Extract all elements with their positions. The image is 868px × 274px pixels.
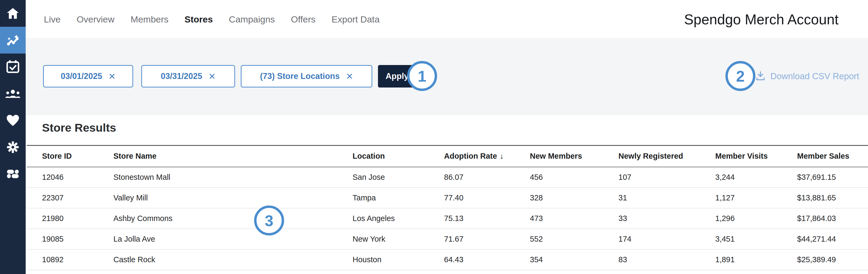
cell-member-sales: $17,864.03: [797, 208, 868, 229]
filter-chip-start-date[interactable]: 03/01/2025: [43, 65, 133, 88]
cell-member-sales: $37,691.15: [797, 167, 868, 188]
column-header-new-members[interactable]: New Members: [530, 146, 618, 167]
table-header-row: Store ID Store Name Location Adoption Ra…: [27, 146, 868, 167]
section-title: Store Results: [42, 121, 116, 134]
table-row: 10892Castle RockHouston64.43354831,891$2…: [27, 249, 868, 270]
nav-item-stores[interactable]: Stores: [185, 14, 213, 25]
column-header-newly-registered[interactable]: Newly Registered: [618, 146, 715, 167]
sort-desc-icon: ↓: [500, 152, 504, 160]
sidebar-item-insights[interactable]: [0, 27, 26, 54]
cell-adoption-rate: 75.13: [444, 208, 530, 229]
cell-newly-registered: 31: [618, 188, 715, 208]
table-row: 21980Ashby CommonsLos Angeles75.13473331…: [27, 208, 868, 229]
cell-newly-registered: 83: [618, 249, 715, 270]
cell-new-members: 473: [530, 208, 618, 229]
main-nav: Live Overview Members Stores Campaigns O…: [44, 0, 379, 38]
cell-location: Tampa: [352, 188, 444, 208]
cell-adoption-rate: 71.67: [444, 229, 530, 249]
cell-newly-registered: 174: [618, 229, 715, 249]
heart-icon: [6, 114, 20, 127]
sidebar-item-settings[interactable]: [0, 134, 26, 160]
download-csv-label: Download CSV Report: [770, 71, 859, 81]
cell-adoption-rate: 77.40: [444, 188, 530, 208]
nav-item-campaigns[interactable]: Campaigns: [229, 14, 275, 25]
cell-store-name: Castle Rock: [114, 249, 352, 270]
annotation-marker-1: 1: [407, 61, 437, 91]
cell-adoption-rate: 64.43: [444, 249, 530, 270]
column-header-adoption-rate[interactable]: Adoption Rate↓: [444, 146, 530, 167]
nav-item-offers[interactable]: Offers: [291, 14, 316, 25]
cell-member-visits: 3,244: [715, 167, 797, 188]
table-row: 19085La Jolla AveNew York71.675521743,45…: [27, 229, 868, 249]
cell-location: New York: [352, 229, 444, 249]
close-icon[interactable]: [346, 73, 353, 80]
column-header-location[interactable]: Location: [352, 146, 444, 167]
top-bar: Live Overview Members Stores Campaigns O…: [26, 0, 868, 39]
filter-chip-end-date[interactable]: 03/31/2025: [141, 65, 235, 88]
cell-store-id: 21980: [27, 208, 114, 229]
cell-store-id: 19085: [27, 229, 114, 249]
nav-item-export-data[interactable]: Export Data: [332, 14, 380, 25]
cell-member-sales: $25,389.49: [797, 249, 868, 270]
home-icon: [6, 7, 19, 19]
download-icon: [755, 70, 766, 83]
cell-new-members: 328: [530, 188, 618, 208]
cell-location: Los Angeles: [352, 208, 444, 229]
cell-store-name: Ashby Commons: [114, 208, 352, 229]
cell-member-visits: 1,127: [715, 188, 797, 208]
close-icon[interactable]: [108, 73, 116, 80]
filter-chip-label: (73) Store Locations: [260, 71, 340, 81]
filter-chip-label: 03/01/2025: [61, 71, 102, 81]
cell-store-name: Valley Mill: [114, 188, 352, 208]
column-header-member-sales[interactable]: Member Sales: [797, 146, 868, 167]
nav-item-live[interactable]: Live: [44, 14, 60, 25]
annotation-marker-3: 3: [254, 206, 284, 236]
calendar-check-icon: [6, 60, 19, 73]
download-csv-link[interactable]: Download CSV Report: [755, 65, 859, 88]
cell-new-members: 552: [530, 229, 618, 249]
account-title: Spendgo Merch Account: [684, 0, 839, 38]
annotation-marker-2: 2: [725, 61, 755, 91]
sidebar-item-home[interactable]: [0, 0, 26, 27]
sidebar-item-members[interactable]: [0, 80, 26, 107]
filter-chip-store-locations[interactable]: (73) Store Locations: [241, 65, 372, 88]
column-header-store-name[interactable]: Store Name: [114, 146, 352, 167]
cell-store-name: La Jolla Ave: [114, 229, 352, 249]
column-header-member-visits[interactable]: Member Visits: [715, 146, 797, 167]
cell-location: Houston: [352, 249, 444, 270]
cell-new-members: 354: [530, 249, 618, 270]
trend-sparkle-icon: [6, 34, 20, 47]
table-row: 22307Valley MillTampa77.40328311,127$13,…: [27, 188, 868, 208]
cell-newly-registered: 107: [618, 167, 715, 188]
sidebar-item-favorites[interactable]: [0, 107, 26, 134]
cell-member-visits: 1,296: [715, 208, 797, 229]
close-icon[interactable]: [209, 73, 216, 80]
nav-item-overview[interactable]: Overview: [76, 14, 115, 25]
cell-adoption-rate: 86.07: [444, 167, 530, 188]
nav-item-members[interactable]: Members: [130, 14, 168, 25]
cell-store-name: Stonestown Mall: [114, 167, 352, 188]
cell-location: San Jose: [352, 167, 444, 188]
apps-icon: [6, 170, 19, 179]
cell-store-id: 10892: [27, 249, 114, 270]
cell-store-id: 12046: [27, 167, 114, 188]
cell-new-members: 456: [530, 167, 618, 188]
cell-member-visits: 3,451: [715, 229, 797, 249]
cell-member-visits: 1,891: [715, 249, 797, 270]
people-icon: [5, 89, 20, 98]
cell-store-id: 22307: [27, 188, 114, 208]
store-results-section: Store Results Store ID Store Name Locati…: [26, 115, 868, 274]
store-results-table: Store ID Store Name Location Adoption Ra…: [27, 145, 868, 270]
cell-member-sales: $13,881.65: [797, 188, 868, 208]
cell-member-sales: $44,271.44: [797, 229, 868, 249]
filter-chip-label: 03/31/2025: [161, 71, 202, 81]
cell-newly-registered: 33: [618, 208, 715, 229]
column-header-store-id[interactable]: Store ID: [27, 146, 114, 167]
table-row: 12046Stonestown MallSan Jose86.074561073…: [27, 167, 868, 188]
gear-icon: [7, 141, 19, 153]
sidebar: [0, 0, 26, 274]
sidebar-item-calendar[interactable]: [0, 54, 26, 80]
sidebar-item-apps[interactable]: [0, 160, 26, 187]
